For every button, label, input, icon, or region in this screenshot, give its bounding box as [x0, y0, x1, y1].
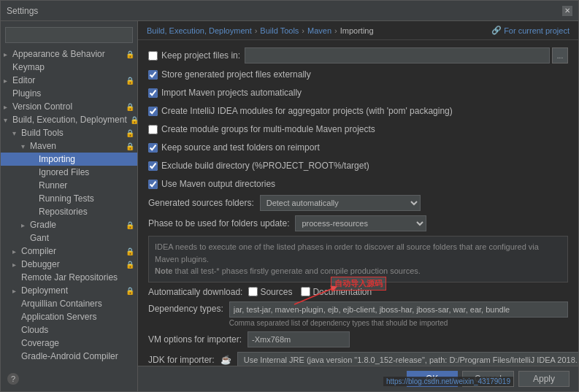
sidebar-label-gradle: Gradle: [30, 220, 123, 230]
generated-sources-label: Generated sources folders:: [148, 198, 254, 208]
for-current-project-link[interactable]: 🔗 For current project: [491, 26, 570, 35]
sidebar-label-maven: Maven: [30, 141, 123, 151]
sidebar-search-input[interactable]: [5, 27, 133, 43]
store-generated-checkbox[interactable]: [148, 70, 158, 80]
browse-button[interactable]: ...: [552, 47, 568, 64]
keep-source-folders-label[interactable]: Keep source and test folders on reimport: [148, 142, 320, 153]
use-maven-output-checkbox[interactable]: [148, 180, 158, 189]
breadcrumb: Build, Execution, Deployment › Build Too…: [138, 21, 578, 40]
sidebar-item-gradle[interactable]: ▸Gradle🔒: [1, 218, 137, 231]
help-icon[interactable]: ?: [7, 373, 19, 385]
keep-source-folders-checkbox[interactable]: [148, 143, 158, 153]
exclude-build-dir-row: Exclude build directory (%PROJECT_ROOT%/…: [148, 158, 568, 173]
exclude-build-dir-label[interactable]: Exclude build directory (%PROJECT_ROOT%/…: [148, 161, 369, 171]
sidebar-item-version-control[interactable]: ▸Version Control🔒: [1, 100, 137, 113]
sources-download-label[interactable]: Sources: [248, 287, 292, 297]
jdk-row: JDK for importer: ☕ Use Internal JRE (ja…: [148, 352, 568, 366]
sidebar-item-ignored-files[interactable]: Ignored Files: [1, 166, 137, 179]
sidebar-item-debugger[interactable]: ▸Debugger🔒: [1, 258, 137, 271]
close-button[interactable]: ✕: [562, 6, 572, 16]
breadcrumb-part-3[interactable]: Maven: [307, 26, 331, 35]
generated-sources-select[interactable]: Detect automatically Generated sources r…: [260, 195, 421, 211]
exclude-build-dir-checkbox[interactable]: [148, 161, 158, 171]
info-line-1: IDEA needs to execute one of the listed …: [155, 241, 561, 265]
vm-options-row: VM options for importer:: [148, 331, 568, 347]
import-maven-checkbox[interactable]: [148, 88, 158, 98]
keep-project-files-input[interactable]: [245, 47, 550, 64]
store-generated-row: Store generated project files externally: [148, 67, 568, 82]
dependency-types-section: Dependency types: Comma separated list o…: [148, 301, 568, 327]
create-intellij-label[interactable]: Create IntelliJ IDEA modules for aggrega…: [148, 106, 453, 116]
create-module-groups-row: Create module groups for multi-module Ma…: [148, 122, 568, 137]
sidebar-item-maven[interactable]: ▾Maven🔒: [1, 139, 137, 153]
dependency-types-input[interactable]: [229, 301, 568, 318]
bottom-bar: https://blog.csdn.net/weixin_43179019 OK…: [138, 366, 578, 391]
main-content: ▸Appearance & Behavior🔒 Keymap▸Editor🔒 P…: [1, 21, 578, 391]
sidebar-item-gant[interactable]: Gant: [1, 231, 137, 245]
vm-options-input[interactable]: [248, 331, 350, 347]
sidebar-item-clouds[interactable]: Clouds: [1, 323, 137, 337]
sidebar-label-coverage: Coverage: [21, 338, 134, 348]
sidebar-item-runner[interactable]: Runner: [1, 179, 137, 192]
auto-download-label: Automatically download:: [148, 287, 242, 297]
tree-arrow-editor: ▸: [4, 77, 12, 85]
sidebar-label-version-control: Version Control: [12, 101, 123, 112]
sidebar-item-editor[interactable]: ▸Editor🔒: [1, 74, 137, 87]
apply-button[interactable]: Apply: [518, 371, 570, 387]
docs-download-checkbox[interactable]: [301, 287, 310, 296]
sidebar-item-remote-jar[interactable]: Remote Jar Repositories: [1, 271, 137, 284]
sidebar-tree: ▸Appearance & Behavior🔒 Keymap▸Editor🔒 P…: [1, 47, 137, 363]
sidebar-item-build-execution[interactable]: ▾Build, Execution, Deployment🔒: [1, 113, 137, 126]
breadcrumb-part-1[interactable]: Build, Execution, Deployment: [147, 26, 252, 35]
sidebar-label-app-servers: Application Servers: [21, 312, 134, 322]
lock-icon-version-control: 🔒: [126, 103, 134, 111]
tree-arrow-maven: ▾: [21, 142, 30, 150]
jdk-select[interactable]: Use Internal JRE (java version "1.8.0_15…: [237, 352, 578, 366]
keep-source-folders-row: Keep source and test folders on reimport: [148, 140, 568, 155]
sidebar-label-deployment: Deployment: [21, 285, 123, 296]
sidebar-item-coverage[interactable]: Coverage: [1, 337, 137, 350]
sidebar-item-deployment[interactable]: ▸Deployment🔒: [1, 284, 137, 297]
tree-arrow-compiler: ▸: [12, 247, 21, 255]
create-intellij-row: Create IntelliJ IDEA modules for aggrega…: [148, 104, 568, 118]
sidebar-label-ignored-files: Ignored Files: [39, 167, 134, 177]
lock-icon-build-tools: 🔒: [126, 129, 134, 137]
sidebar-item-compiler[interactable]: ▸Compiler🔒: [1, 245, 137, 258]
import-maven-label[interactable]: Import Maven projects automatically: [148, 88, 302, 98]
content-panel: Build, Execution, Deployment › Build Too…: [138, 21, 578, 391]
sidebar-item-gradle-android[interactable]: Gradle-Android Compiler: [1, 350, 137, 363]
sidebar-item-repositories[interactable]: Repositories: [1, 205, 137, 218]
create-module-groups-checkbox[interactable]: [148, 125, 158, 134]
vm-options-label: VM options for importer:: [148, 334, 242, 345]
sidebar-item-running-tests[interactable]: Running Tests: [1, 192, 137, 205]
create-intellij-checkbox[interactable]: [148, 107, 158, 116]
sidebar-item-appearance[interactable]: ▸Appearance & Behavior🔒: [1, 47, 137, 61]
sidebar-item-arquillian[interactable]: Arquillian Containers: [1, 297, 137, 310]
lock-icon-appearance: 🔒: [126, 50, 134, 58]
sidebar-item-app-servers[interactable]: Application Servers: [1, 310, 137, 323]
sources-download-checkbox[interactable]: [248, 287, 258, 296]
keep-project-files-label[interactable]: Keep project files in:: [148, 50, 240, 61]
generated-sources-row: Generated sources folders: Detect automa…: [148, 195, 568, 211]
sidebar-item-keymap[interactable]: Keymap: [1, 61, 137, 74]
sidebar-label-build-execution: Build, Execution, Deployment: [12, 115, 127, 125]
sidebar-item-plugins[interactable]: Plugins: [1, 87, 137, 100]
sidebar-item-importing[interactable]: Importing: [1, 153, 137, 166]
lock-icon-debugger: 🔒: [126, 261, 134, 269]
sidebar-label-gant: Gant: [30, 233, 134, 243]
sidebar-label-appearance: Appearance & Behavior: [12, 49, 123, 59]
lock-icon-editor: 🔒: [126, 77, 134, 85]
use-maven-output-label[interactable]: Use Maven output directories: [148, 179, 275, 189]
docs-download-label[interactable]: Documentation: [301, 287, 372, 297]
dependency-types-label: Dependency types:: [148, 301, 223, 314]
breadcrumb-part-2[interactable]: Build Tools: [260, 26, 299, 35]
sidebar-item-build-tools[interactable]: ▾Build Tools🔒: [1, 126, 137, 139]
keep-project-files-checkbox[interactable]: [148, 51, 158, 61]
tree-arrow-deployment: ▸: [12, 287, 21, 295]
phase-select[interactable]: process-resources generate-sources initi…: [295, 215, 426, 231]
import-maven-row: Import Maven projects automatically: [148, 85, 568, 100]
settings-body: Keep project files in: ... Store generat…: [138, 40, 578, 366]
create-module-groups-label[interactable]: Create module groups for multi-module Ma…: [148, 124, 375, 134]
store-generated-label[interactable]: Store generated project files externally: [148, 69, 311, 80]
dependency-types-hint: Comma separated list of dependency types…: [229, 319, 568, 327]
